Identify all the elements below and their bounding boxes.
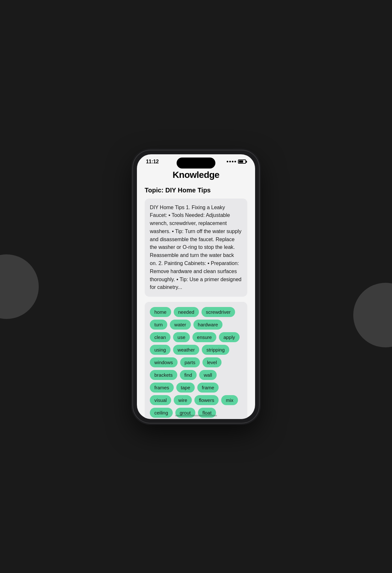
status-time: 11:12	[146, 159, 159, 165]
tag-item[interactable]: mix	[221, 395, 238, 405]
tag-item[interactable]: windows	[150, 357, 178, 367]
signal-dot-4	[234, 161, 236, 162]
battery-fill	[239, 160, 243, 163]
tag-item[interactable]: float	[198, 408, 216, 418]
tag-item[interactable]: hardware	[193, 320, 223, 330]
signal-dot-2	[229, 161, 231, 162]
phone-screen: 11:12 Knowledge Topic: DIY Home Tips	[137, 154, 255, 419]
content-text: DIY Home Tips 1. Fixing a Leaky Faucet: …	[150, 204, 242, 292]
tag-item[interactable]: use	[173, 332, 190, 342]
tag-item[interactable]: tape	[176, 383, 195, 393]
tag-item[interactable]: water	[170, 320, 191, 330]
tags-container: homeneededscrewdriverturnwaterhardwarecl…	[150, 307, 242, 418]
signal-dot-1	[227, 161, 228, 162]
tag-item[interactable]: ensure	[192, 332, 216, 342]
tag-item[interactable]: flowers	[194, 395, 219, 405]
bg-blob-left	[0, 254, 39, 319]
phone-frame: 11:12 Knowledge Topic: DIY Home Tips	[133, 150, 259, 423]
bg-blob-right	[353, 283, 392, 347]
tag-item[interactable]: parts	[180, 357, 200, 367]
tag-item[interactable]: wall	[199, 370, 217, 380]
content-card: DIY Home Tips 1. Fixing a Leaky Faucet: …	[145, 199, 247, 297]
signal-dot-3	[232, 161, 233, 162]
tag-item[interactable]: turn	[150, 320, 167, 330]
tag-item[interactable]: clean	[150, 332, 170, 342]
dynamic-island	[177, 158, 215, 169]
page-title: Knowledge	[145, 170, 247, 180]
signal-icon	[227, 161, 236, 162]
tag-item[interactable]: home	[150, 307, 171, 317]
tag-item[interactable]: using	[150, 345, 170, 355]
tag-item[interactable]: find	[180, 370, 197, 380]
tag-item[interactable]: apply	[219, 332, 240, 342]
topic-heading: Topic: DIY Home Tips	[145, 187, 247, 194]
scroll-content[interactable]: Knowledge Topic: DIY Home Tips DIY Home …	[137, 167, 255, 419]
tag-item[interactable]: level	[202, 357, 222, 367]
tag-item[interactable]: grout	[175, 408, 195, 418]
tag-item[interactable]: stripping	[202, 345, 229, 355]
battery-icon	[238, 159, 246, 164]
tag-item[interactable]: ceiling	[150, 408, 173, 418]
tag-item[interactable]: frame	[197, 383, 219, 393]
tag-item[interactable]: frames	[150, 383, 174, 393]
tags-card: homeneededscrewdriverturnwaterhardwarecl…	[145, 302, 247, 419]
home-indicator	[175, 415, 217, 416]
status-icons	[227, 159, 246, 164]
tag-item[interactable]: wire	[174, 395, 192, 405]
tag-item[interactable]: needed	[174, 307, 199, 317]
tag-item[interactable]: visual	[150, 395, 171, 405]
tag-item[interactable]: screwdriver	[201, 307, 235, 317]
tag-item[interactable]: weather	[173, 345, 199, 355]
status-bar: 11:12	[137, 154, 255, 167]
tag-item[interactable]: brackets	[150, 370, 177, 380]
